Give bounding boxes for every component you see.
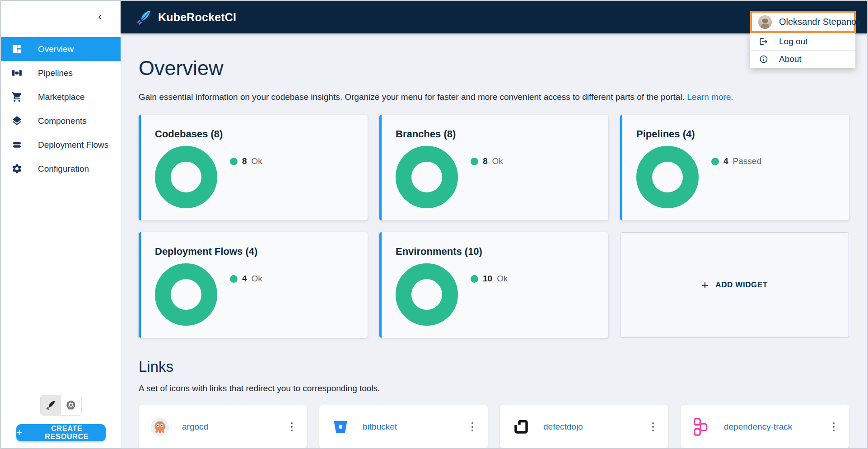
tool-link[interactable]: defectdojo [543, 422, 583, 432]
widget-codebases: Codebases (8) 8 Ok [139, 115, 368, 220]
kebab-menu-icon[interactable] [288, 420, 295, 434]
quill-theme-button[interactable] [41, 395, 61, 415]
defectdojo-icon [512, 417, 531, 436]
marketplace-cart-icon [11, 91, 23, 103]
link-card-bitbucket: bitbucket [319, 405, 488, 448]
legend-count: 4 [242, 274, 247, 284]
theme-toggle-group [40, 395, 82, 416]
kuberocketci-logo-icon [135, 9, 152, 25]
legend-count: 10 [483, 274, 492, 284]
pipelines-icon [11, 67, 23, 79]
menu-item-about[interactable]: About [750, 50, 855, 68]
legend-status: Ok [252, 274, 262, 284]
dependency-track-icon [692, 417, 711, 436]
menu-item-logout[interactable]: Log out [750, 33, 855, 50]
legend-dot [230, 158, 238, 165]
menu-item-label: Log out [779, 37, 807, 47]
sidebar-item-configuration[interactable]: Configuration [1, 157, 121, 181]
chart-legend: 10 Ok [471, 273, 508, 284]
sidebar-nav: Overview Pipelines Marketplace Component… [1, 33, 121, 181]
legend-dot [711, 158, 719, 165]
add-widget-button[interactable]: + ADD WIDGET [620, 232, 849, 338]
info-icon [759, 55, 768, 64]
add-widget-label: ADD WIDGET [715, 281, 768, 290]
create-resource-label: CREATE RESOURCE [28, 425, 105, 441]
legend-status: Ok [497, 274, 508, 284]
kebab-menu-icon[interactable] [469, 420, 476, 434]
sidebar-item-deployment-flows[interactable]: Deployment Flows [1, 133, 121, 157]
sidebar-footer: + CREATE RESOURCE [1, 395, 121, 448]
legend-status: Ok [252, 156, 262, 166]
user-menu-button[interactable]: Oleksandr Stepanov [750, 11, 856, 33]
link-card-dependency-track: dependency-track [681, 405, 849, 448]
widget-title: Codebases (8) [155, 128, 355, 140]
donut-chart [636, 146, 699, 208]
components-layers-icon [11, 115, 23, 127]
kebab-menu-icon[interactable] [649, 420, 657, 434]
chart-legend: 8 Ok [230, 156, 262, 167]
donut-chart [396, 146, 458, 208]
user-dropdown-menu: Log out About [750, 33, 855, 68]
sidebar-item-pipelines[interactable]: Pipelines [1, 61, 121, 85]
legend-count: 8 [483, 156, 488, 166]
legend-dot [471, 158, 478, 165]
logout-icon [759, 37, 768, 46]
learn-more-link[interactable]: Learn more. [687, 92, 733, 102]
page-description-text: Gain essential information on your codeb… [139, 92, 685, 102]
sidebar-item-components[interactable]: Components [1, 109, 121, 133]
legend-dot [230, 275, 238, 283]
widget-pipelines: Pipelines (4) 4 Passed [620, 115, 849, 220]
page-description: Gain essential information on your codeb… [139, 91, 849, 103]
legend-dot [471, 275, 478, 283]
sidebar-item-label: Pipelines [38, 68, 73, 78]
widgets-grid: Codebases (8) 8 Ok Branches (8) [139, 115, 849, 338]
donut-chart [396, 263, 458, 326]
kebab-menu-icon[interactable] [830, 420, 837, 434]
link-card-argocd: argocd [139, 405, 307, 448]
avatar [758, 15, 772, 29]
page-content: Overview Gain essential information on y… [121, 33, 867, 448]
tool-link[interactable]: bitbucket [363, 422, 397, 432]
widget-title: Branches (8) [396, 128, 596, 140]
page-title: Overview [139, 55, 849, 81]
kubernetes-icon [65, 400, 76, 411]
sidebar-item-label: Deployment Flows [38, 140, 108, 150]
links-grid: argocd bitbucket defectdojo [139, 405, 849, 448]
link-card-defectdojo: defectdojo [500, 405, 668, 448]
widget-title: Pipelines (4) [636, 128, 836, 140]
legend-count: 4 [723, 156, 728, 166]
widget-deployment-flows: Deployment Flows (4) 4 Ok [139, 232, 368, 338]
widget-branches: Branches (8) 8 Ok [379, 115, 608, 220]
sidebar-item-label: Components [38, 116, 87, 126]
tool-link[interactable]: argocd [182, 422, 208, 432]
links-section-description: A set of icons with links that redirect … [139, 384, 849, 393]
create-resource-button[interactable]: + CREATE RESOURCE [16, 424, 106, 441]
quill-icon [45, 399, 56, 411]
legend-status: Ok [492, 156, 503, 166]
chart-legend: 4 Passed [711, 156, 761, 167]
app-window: Overview Pipelines Marketplace Component… [0, 0, 868, 449]
overview-icon [11, 43, 23, 55]
sidebar-item-marketplace[interactable]: Marketplace [1, 85, 121, 109]
main-column: KubeRocketCI Oleksandr Stepanov Log out … [121, 1, 867, 448]
argocd-icon [150, 417, 169, 436]
sidebar-collapse-button[interactable] [93, 10, 107, 24]
kubernetes-theme-button[interactable] [61, 395, 81, 415]
links-section-title: Links [139, 357, 849, 377]
legend-status: Passed [733, 156, 761, 166]
configuration-gear-icon [11, 163, 23, 175]
menu-item-label: About [779, 54, 802, 64]
tool-link[interactable]: dependency-track [724, 422, 792, 432]
widget-title: Environments (10) [396, 246, 596, 257]
legend-count: 8 [242, 156, 247, 166]
chevron-left-icon [96, 13, 104, 21]
sidebar-item-overview[interactable]: Overview [1, 37, 121, 61]
user-name: Oleksandr Stepanov [779, 17, 861, 27]
brand-name: KubeRocketCI [158, 11, 236, 24]
widget-title: Deployment Flows (4) [155, 246, 355, 257]
sidebar-item-label: Overview [38, 44, 74, 54]
bitbucket-icon [331, 417, 350, 436]
donut-chart [155, 263, 217, 326]
sidebar: Overview Pipelines Marketplace Component… [1, 1, 121, 448]
brand[interactable]: KubeRocketCI [135, 9, 236, 25]
